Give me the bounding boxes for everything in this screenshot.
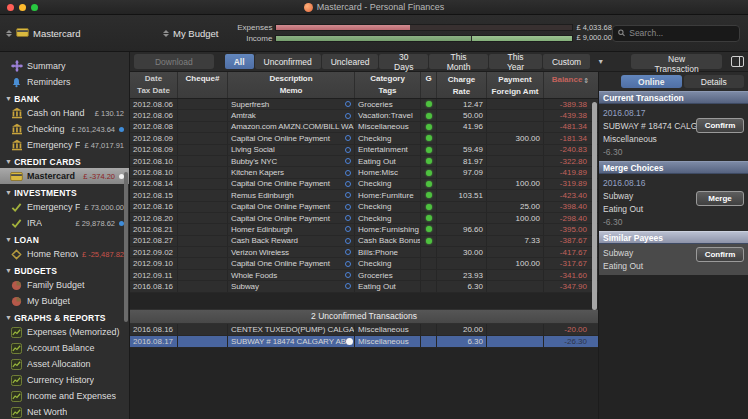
sidebar-item-family-budget[interactable]: Family Budget: [0, 277, 129, 293]
table-row[interactable]: 2012.08.06AmtrakVacation:Travel50.00-439…: [130, 110, 598, 121]
sidebar-item-my-budget[interactable]: My Budget: [0, 293, 129, 309]
panel-toggle-icon[interactable]: [731, 56, 744, 67]
filter-button-uncleared[interactable]: Uncleared: [322, 54, 379, 69]
table-row[interactable]: 2012.08.09Living SocialEntertainment59.4…: [130, 145, 598, 156]
sidebar-group-investments[interactable]: ▼INVESTMENTS: [0, 184, 129, 199]
cell-cheque: [178, 110, 228, 120]
cell-description: SUBWAY # 18474 CALGARY AB: [228, 336, 355, 347]
description-text: Subway: [231, 282, 259, 291]
column-header-cheque#[interactable]: Cheque#: [178, 72, 228, 98]
merge-button[interactable]: Merge: [696, 191, 744, 206]
table-row[interactable]: 2016.08.16CENTEX TUXEDO(PUMP) CALGARY AB…: [130, 324, 598, 336]
chart-icon: [10, 391, 23, 402]
app-icon: [304, 3, 313, 12]
zoom-button[interactable]: [31, 4, 38, 11]
cell-date: 2012.09.10: [130, 258, 178, 268]
sidebar-item-label: Emergency Fu...: [27, 140, 80, 150]
column-header-date[interactable]: DateTax Date: [130, 72, 178, 98]
sidebar-item-net-worth[interactable]: Net Worth: [0, 404, 129, 419]
confirm-button[interactable]: Confirm: [696, 247, 744, 262]
sidebar-scrollbar[interactable]: [124, 172, 128, 322]
sidebar-group-budgets[interactable]: ▼BUDGETS: [0, 262, 129, 277]
cell-cheque: [178, 179, 228, 189]
sidebar-item-reminders[interactable]: Reminders: [0, 74, 129, 90]
filter-button-custom[interactable]: Custom: [543, 54, 590, 69]
sidebar-item-income-and-expenses[interactable]: Income and Expenses: [0, 388, 129, 404]
cell-balance: -481.34: [544, 122, 590, 132]
sidebar-item-summary[interactable]: Summary: [0, 58, 129, 74]
open-status-icon: [345, 204, 351, 210]
sidebar-item-account-balance[interactable]: Account Balance: [0, 340, 129, 356]
sidebar-item-checking[interactable]: Checking£ 261,243.64: [0, 121, 129, 137]
sidebar-group-credit-cards[interactable]: ▼CREDIT CARDS: [0, 153, 129, 168]
cell-balance: -398.40: [544, 202, 590, 212]
table-row[interactable]: 2012.08.27Cash Back RewardCash Back Bonu…: [130, 236, 598, 247]
column-header-description[interactable]: DescriptionMemo: [228, 72, 355, 98]
table-row[interactable]: 2012.08.06SuperfreshGroceries12.47-389.3…: [130, 99, 598, 110]
sidebar-item-home-renova-[interactable]: Home Renova...£ -25,487.82: [0, 246, 129, 262]
table-row[interactable]: 2012.09.02Verizon WirelessBills:Phone30.…: [130, 247, 598, 258]
table-row[interactable]: 2012.09.11Whole FoodsGroceries23.93-341.…: [130, 270, 598, 281]
filter-button-all[interactable]: All: [225, 54, 254, 69]
filter-dropdown-icon[interactable]: ▼: [593, 58, 608, 65]
confirm-button[interactable]: Confirm: [696, 118, 744, 133]
table-row[interactable]: 2012.08.20Capital One Online PaymentChec…: [130, 213, 598, 224]
sidebar: SummaryReminders ▼BANKCash on Hand£ 130.…: [0, 52, 130, 419]
table-row[interactable]: 2012.08.15Remus EdinburghHome:Furniture1…: [130, 190, 598, 201]
table-row[interactable]: 2016.08.16SubwayEating Out6.30-347.90: [130, 281, 598, 292]
cell-category: Checking: [355, 179, 421, 189]
column-header-bottom: [427, 85, 429, 97]
cell-description: Superfresh: [228, 99, 355, 109]
table-row[interactable]: 2012.08.16Capital One Online PaymentChec…: [130, 202, 598, 213]
description-text: Living Social: [231, 145, 275, 154]
open-status-icon: [345, 261, 351, 267]
panel-tab-online[interactable]: Online: [621, 75, 682, 88]
sidebar-group-bank[interactable]: ▼BANK: [0, 90, 129, 105]
income-amount: £ 9,000.00: [576, 34, 611, 42]
description-text: SUBWAY # 18474 CALGARY AB: [231, 337, 346, 346]
column-header-bottom: [201, 85, 203, 97]
table-row[interactable]: 2012.08.21Homer EdinburghHome:Furnishing…: [130, 224, 598, 235]
filter-button-30-days[interactable]: 30 Days: [379, 54, 428, 69]
description-text: Remus Edinburgh: [231, 191, 294, 200]
column-header-charge[interactable]: ChargeRate: [437, 72, 487, 98]
sidebar-item-emergency-fu-[interactable]: Emergency Fu...£ 73,000.00: [0, 199, 129, 215]
table-row[interactable]: 2012.08.08Amazon.com AMZN.COM/BILL WAMis…: [130, 122, 598, 133]
sidebar-item-cash-on-hand[interactable]: Cash on Hand£ 130.12: [0, 105, 129, 121]
sidebar-item-expenses-memorized-[interactable]: Expenses (Memorized): [0, 324, 129, 340]
account-selector[interactable]: Mastercard: [0, 28, 163, 39]
search-box[interactable]: [612, 25, 740, 42]
cell-payment: [487, 281, 544, 291]
download-button[interactable]: Download: [134, 54, 214, 69]
column-header-g[interactable]: G: [421, 72, 437, 98]
cell-date: 2016.08.16: [130, 324, 178, 335]
sidebar-item-emergency-fu-[interactable]: Emergency Fu...£ 47,017.91: [0, 137, 129, 153]
table-row[interactable]: 2016.08.17SUBWAY # 18474 CALGARY ABMisce…: [130, 336, 598, 348]
column-header-payment[interactable]: PaymentForeign Amt: [487, 72, 544, 98]
table-scrollbar[interactable]: [592, 102, 597, 310]
sidebar-group-loan[interactable]: ▼LOAN: [0, 231, 129, 246]
close-button[interactable]: [7, 4, 14, 11]
sidebar-item-mastercard[interactable]: Mastercard£ -374.20: [0, 168, 129, 184]
filter-button-this-month[interactable]: This Month: [429, 54, 488, 69]
search-input[interactable]: [629, 28, 734, 38]
budget-selector[interactable]: My Budget: [163, 28, 218, 39]
table-row[interactable]: 2012.08.10Kitchen KapersHome:Misc97.09-4…: [130, 167, 598, 178]
table-row[interactable]: 2012.08.10Bubby's NYCEating Out81.97-322…: [130, 156, 598, 167]
table-row[interactable]: 2012.08.09Capital One Online PaymentChec…: [130, 133, 598, 144]
sidebar-item-currency-history[interactable]: Currency History: [0, 372, 129, 388]
filter-button-this-year[interactable]: This Year: [489, 54, 542, 69]
table-row[interactable]: 2012.09.10Capital One Online PaymentChec…: [130, 258, 598, 269]
filter-button-unconfirmed[interactable]: Unconfirmed: [255, 54, 321, 69]
panel-tab-details[interactable]: Details: [684, 75, 745, 88]
chart-icon: [10, 407, 23, 418]
sidebar-item-ira[interactable]: IRA£ 29,878.62: [0, 215, 129, 231]
sidebar-item-asset-allocation[interactable]: Asset Allocation: [0, 356, 129, 372]
column-header-category[interactable]: CategoryTags: [355, 72, 421, 98]
minimize-button[interactable]: [19, 4, 26, 11]
table-row[interactable]: 2012.08.14Capital One Online PaymentChec…: [130, 179, 598, 190]
income-label: Income: [226, 34, 272, 43]
sidebar-group-graphs-reports[interactable]: ▼GRAPHS & REPORTS: [0, 309, 129, 324]
new-transaction-button[interactable]: New Transaction: [631, 54, 722, 69]
column-header-balance[interactable]: Balance ⇕: [544, 72, 590, 98]
